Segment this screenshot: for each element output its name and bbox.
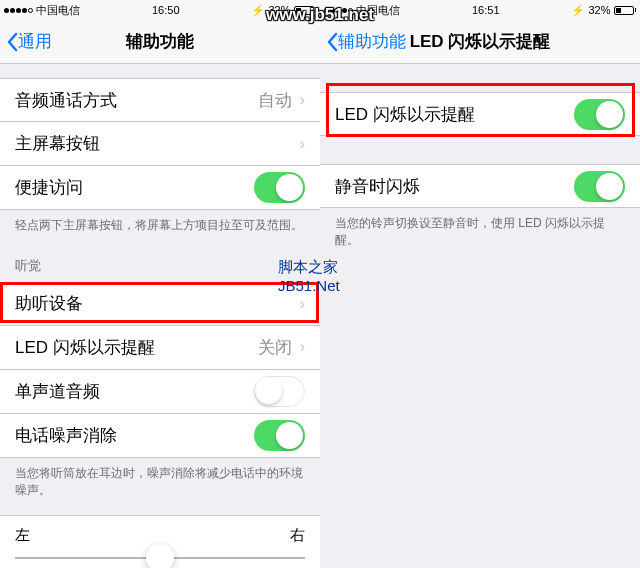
nav-title: 辅助功能: [126, 30, 194, 53]
cell-noise-cancel: 电话噪声消除: [0, 414, 320, 458]
cell-label: 便捷访问: [15, 176, 254, 199]
left-screen: 中国电信 16:50 ⚡ 32% 通用 辅助功能 音频通话方式 自动 ›: [0, 0, 320, 568]
back-label: 辅助功能: [338, 30, 406, 53]
cell-label: 单声道音频: [15, 380, 254, 403]
cell-label: 音频通话方式: [15, 89, 258, 112]
cell-label: 助听设备: [15, 292, 292, 315]
charging-icon: ⚡: [571, 4, 585, 17]
chevron-right-icon: ›: [300, 295, 305, 313]
cell-label: 电话噪声消除: [15, 424, 254, 447]
back-button[interactable]: 辅助功能: [320, 30, 406, 53]
flash-silent-footer: 当您的铃声切换设至静音时，使用 LED 闪烁以示提醒。: [320, 208, 640, 256]
watermark-text: 脚本之家 JB51.Net: [278, 258, 340, 294]
cell-home-button[interactable]: 主屏幕按钮 ›: [0, 122, 320, 166]
chevron-right-icon: ›: [300, 135, 305, 153]
balance-right-label: 右: [290, 526, 305, 545]
cell-hearing-devices[interactable]: 助听设备 ›: [0, 282, 320, 326]
cell-flash-on-silent: 静音时闪烁: [320, 164, 640, 208]
battery-icon: [614, 6, 637, 15]
right-screen: 中国电信 16:51 ⚡ 32% 辅助功能 LED 闪烁以示提醒 LED 闪烁以…: [320, 0, 640, 568]
cell-led-flash[interactable]: LED 闪烁以示提醒 关闭 ›: [0, 326, 320, 370]
back-button[interactable]: 通用: [0, 30, 52, 53]
signal-icon: [4, 8, 33, 13]
charging-icon: ⚡: [251, 4, 265, 17]
chevron-right-icon: ›: [300, 91, 305, 109]
status-time: 16:51: [472, 4, 500, 16]
cell-led-flash-alerts: LED 闪烁以示提醒: [320, 92, 640, 136]
cell-audio-call[interactable]: 音频通话方式 自动 ›: [0, 78, 320, 122]
cell-reachability: 便捷访问: [0, 166, 320, 210]
balance-left-label: 左: [15, 526, 30, 545]
nav-bar: 通用 辅助功能: [0, 20, 320, 64]
carrier-label: 中国电信: [36, 3, 80, 18]
noise-cancel-toggle[interactable]: [254, 420, 305, 451]
cell-label: LED 闪烁以示提醒: [15, 336, 258, 359]
reachability-toggle[interactable]: [254, 172, 305, 203]
status-time: 16:50: [152, 4, 180, 16]
cell-label: LED 闪烁以示提醒: [335, 103, 574, 126]
cell-value: 关闭: [258, 336, 292, 359]
watermark-url: www.jb51.net: [266, 5, 374, 25]
nav-title: LED 闪烁以示提醒: [410, 30, 551, 53]
cell-label: 主屏幕按钮: [15, 132, 292, 155]
chevron-right-icon: ›: [300, 338, 305, 356]
back-label: 通用: [18, 30, 52, 53]
cell-label: 静音时闪烁: [335, 175, 574, 198]
noise-footer: 当您将听筒放在耳边时，噪声消除将减少电话中的环境噪声。: [0, 458, 320, 506]
cell-mono-audio: 单声道音频: [0, 370, 320, 414]
balance-slider-row: 左 右: [0, 515, 320, 568]
hearing-header: 听觉: [0, 241, 320, 282]
led-flash-toggle[interactable]: [574, 99, 625, 130]
mono-audio-toggle[interactable]: [254, 376, 305, 407]
flash-silent-toggle[interactable]: [574, 171, 625, 202]
balance-slider[interactable]: [15, 557, 305, 559]
reachability-footer: 轻点两下主屏幕按钮，将屏幕上方项目拉至可及范围。: [0, 210, 320, 241]
nav-bar: 辅助功能 LED 闪烁以示提醒: [320, 20, 640, 64]
slider-handle[interactable]: [146, 544, 174, 568]
battery-percent: 32%: [588, 4, 610, 16]
cell-value: 自动: [258, 89, 292, 112]
